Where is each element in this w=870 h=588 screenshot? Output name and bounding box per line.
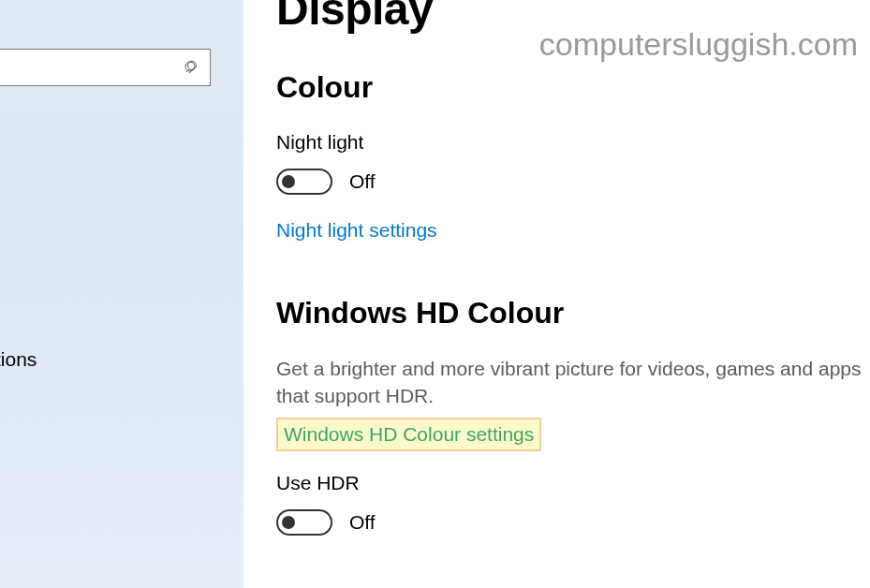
- svg-point-3: [188, 62, 197, 70]
- colour-heading: Colour: [276, 70, 870, 105]
- svg-line-4: [186, 69, 189, 72]
- use-hdr-toggle[interactable]: [276, 509, 332, 536]
- night-light-settings-link[interactable]: Night light settings: [276, 219, 437, 242]
- sidebar: tions: [0, 0, 243, 588]
- hd-colour-heading: Windows HD Colour: [276, 296, 870, 331]
- night-light-state: Off: [349, 170, 376, 193]
- night-light-toggle-row: Off: [276, 169, 870, 195]
- toggle-knob: [282, 175, 295, 188]
- night-light-toggle[interactable]: [276, 169, 332, 195]
- use-hdr-state: Off: [349, 511, 376, 534]
- search-input[interactable]: [0, 49, 211, 86]
- use-hdr-toggle-row: Off: [276, 509, 870, 536]
- hd-colour-settings-link[interactable]: Windows HD Colour settings: [276, 418, 541, 451]
- watermark: computersluggish.com: [539, 26, 858, 63]
- main-content: computersluggish.com Display Colour Nigh…: [243, 0, 870, 588]
- toggle-knob: [282, 516, 295, 529]
- night-light-label: Night light: [276, 131, 870, 154]
- hd-description: Get a brighter and more vibrant picture …: [276, 355, 870, 410]
- use-hdr-label: Use HDR: [276, 472, 870, 494]
- search-icon: [184, 60, 199, 75]
- sidebar-item-partial[interactable]: tions: [0, 348, 37, 371]
